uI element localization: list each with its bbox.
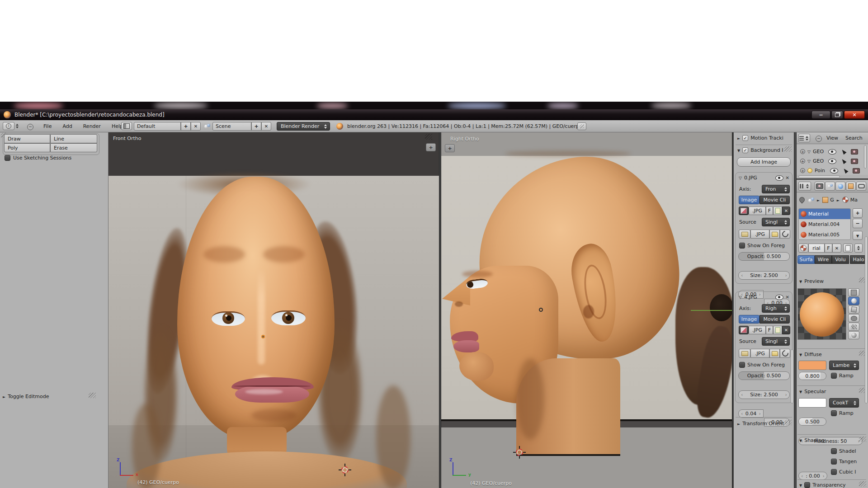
bg0-pack-icon-button[interactable]	[739, 230, 750, 239]
visibility-eye-icon[interactable]	[775, 295, 783, 300]
material-slot-row[interactable]: Material.004	[799, 219, 850, 230]
outliner-row-geo-1[interactable]: + GEO	[797, 147, 868, 156]
material-type-wire[interactable]: Wire	[815, 255, 832, 264]
material-slot-row-selected[interactable]: Material	[799, 209, 850, 219]
preview-monkey-button[interactable]	[848, 314, 859, 322]
outliner-search-menu[interactable]: Search	[845, 135, 863, 141]
outliner-vertical-scrollbar[interactable]	[864, 145, 867, 169]
material-copy-button[interactable]	[843, 244, 853, 253]
fullscreen-toggle-icon[interactable]	[577, 122, 586, 130]
editor-stepper-icon[interactable]	[15, 122, 19, 130]
specular-shader-dropdown[interactable]: CookT	[829, 398, 859, 408]
shadeless-checkbox[interactable]	[831, 448, 837, 454]
material-type-volume[interactable]: Volu	[832, 255, 849, 264]
vpf-properties-region-toggle[interactable]	[426, 143, 436, 151]
minimize-button[interactable]	[811, 111, 830, 119]
tab-scene[interactable]	[825, 182, 835, 191]
use-sketching-checkbox[interactable]	[5, 155, 10, 161]
material-specials-button[interactable]	[853, 231, 863, 240]
bg1-source-dropdown[interactable]: Singl	[762, 337, 790, 346]
delete-scene-button[interactable]	[261, 122, 271, 131]
viewport-right[interactable]: Right Ortho Z y (42) GEO/cuerpo	[441, 132, 732, 488]
bg1-datablock-field[interactable]: .JPG	[749, 326, 766, 334]
transparency-panel-header[interactable]: Transparency	[799, 482, 846, 488]
material-type-surface[interactable]: Surfa	[797, 255, 815, 264]
visibility-eye-icon[interactable]	[775, 175, 783, 181]
toggle-editmode-header[interactable]: Toggle Editmode	[3, 394, 98, 399]
bg1-unlink-button[interactable]	[782, 326, 790, 334]
outliner-row-lamp[interactable]: + Poin	[797, 166, 868, 175]
expand-plus-icon[interactable]: +	[800, 159, 805, 164]
material-pin-stepper[interactable]	[854, 244, 863, 253]
selectability-cursor-icon[interactable]	[840, 158, 846, 164]
gp-erase-button[interactable]: Erase	[50, 143, 97, 152]
remove-image-icon[interactable]	[786, 175, 789, 180]
bg0-reload-button[interactable]	[780, 230, 790, 239]
editor-type-button[interactable]: i	[3, 122, 14, 130]
bg0-source-dropdown[interactable]: Singl	[762, 218, 790, 226]
outliner-item-label[interactable]: Poin	[815, 168, 828, 174]
bg1-fake-user-button[interactable]: F	[766, 326, 773, 334]
shading-emit-field[interactable]: : 0.00	[798, 472, 827, 480]
bg0-filename-field[interactable]: .JPG	[750, 230, 769, 239]
renderability-camera-icon[interactable]	[851, 149, 858, 155]
outliner-row-geo-2[interactable]: + GEO	[797, 156, 868, 166]
specular-intensity-slider[interactable]: 0.500	[798, 418, 826, 426]
delete-layout-button[interactable]	[191, 122, 201, 131]
gp-line-button[interactable]: Line	[50, 134, 97, 143]
background-images-header[interactable]: Background I	[737, 147, 783, 153]
vpf-corner-grip[interactable]	[425, 134, 432, 140]
collapse-menus-icon[interactable]: −	[816, 136, 822, 142]
visibility-eye-icon[interactable]	[828, 159, 836, 164]
tangent-checkbox[interactable]	[831, 459, 837, 465]
bg0-unlink-button[interactable]	[782, 206, 790, 215]
diffuse-ramp-checkbox[interactable]	[831, 373, 837, 379]
transparency-checkbox[interactable]	[804, 482, 810, 488]
bg0-opacity-slider[interactable]: Opacit: 0.500	[738, 252, 790, 261]
properties-editor-type-button[interactable]	[798, 182, 811, 191]
viewport-front[interactable]: Front Ortho Z x (42) GEO/cuerpo	[108, 132, 439, 488]
gp-poly-button[interactable]: Poly	[4, 143, 50, 152]
preview-panel-header[interactable]: Preview	[799, 278, 824, 284]
preview-flat-button[interactable]	[848, 288, 859, 296]
cubic-row[interactable]: Cubic I	[831, 469, 856, 475]
use-sketching-row[interactable]: Use Sketching Sessions	[5, 155, 71, 161]
specular-panel-header[interactable]: Specular	[799, 389, 826, 394]
bg1-browse-file-button[interactable]	[769, 349, 780, 358]
material-fake-user-button[interactable]: F	[825, 244, 832, 253]
view-panel-scrollbar[interactable]	[791, 349, 793, 404]
bg0-show-foreground-row[interactable]: Show On Foreg	[739, 243, 785, 249]
material-unlink-button[interactable]	[832, 244, 841, 253]
preview-hair-button[interactable]	[848, 323, 859, 331]
preview-sphere-button[interactable]	[848, 297, 859, 305]
bg1-filename-field[interactable]: .JPG	[750, 349, 769, 358]
preview-cube-button[interactable]	[848, 305, 859, 314]
outliner-item-label[interactable]: GEO	[813, 149, 826, 155]
bg0-browse-file-button[interactable]	[769, 230, 780, 239]
bg1-show-foreground-checkbox[interactable]	[739, 362, 745, 368]
pin-icon[interactable]	[798, 196, 806, 204]
gp-draw-button[interactable]: Draw	[4, 134, 50, 143]
remove-material-slot-button[interactable]	[853, 219, 863, 228]
specular-color-swatch[interactable]	[798, 398, 826, 408]
breadcrumb-material-label[interactable]: Ma	[850, 197, 858, 203]
breadcrumb-object-label[interactable]: G	[830, 197, 834, 203]
bg0-movieclip-toggle[interactable]: Movie Cli	[760, 196, 790, 204]
restore-button[interactable]	[831, 111, 843, 119]
bg1-image-toggle[interactable]: Image	[739, 315, 760, 324]
scene-combo[interactable]: Scene	[212, 122, 251, 131]
menu-file[interactable]: File	[38, 123, 57, 129]
render-engine-dropdown[interactable]: Blender Render	[277, 122, 330, 131]
outliner-editor-type-button[interactable]	[798, 134, 810, 142]
tangent-row[interactable]: Tangen	[831, 459, 857, 465]
screen-layout-icon[interactable]	[121, 122, 132, 130]
expand-plus-icon[interactable]: +	[800, 149, 805, 154]
diffuse-ramp-row[interactable]: Ramp	[831, 373, 854, 379]
bg0-size-field[interactable]: Size: 2.500	[738, 271, 790, 280]
renderability-camera-icon[interactable]	[853, 168, 860, 174]
close-button[interactable]	[844, 111, 865, 119]
bg0-axis-dropdown[interactable]: Fron	[762, 185, 790, 193]
expand-plus-icon[interactable]: +	[800, 168, 805, 173]
material-browse-button[interactable]	[798, 244, 808, 253]
add-layout-button[interactable]	[181, 122, 191, 131]
